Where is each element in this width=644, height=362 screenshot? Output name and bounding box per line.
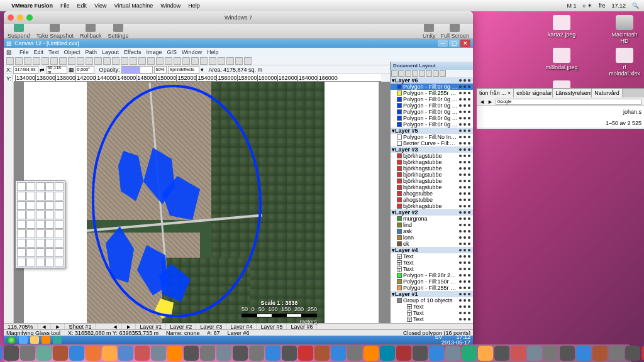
toolbar-icon[interactable] — [130, 57, 137, 65]
dock-app[interactable] — [86, 346, 101, 361]
tool-button[interactable] — [36, 258, 45, 266]
x-field[interactable]: 317484,93 — [13, 66, 38, 74]
dock-app[interactable] — [592, 346, 608, 361]
layer-item[interactable]: Polygon - Fill:0r 0g 255b - P — [391, 102, 473, 109]
dock-app[interactable] — [216, 346, 231, 361]
dock-app[interactable] — [249, 346, 264, 361]
layer-item[interactable]: Bezier Curve - Fill:No Ink - S — [391, 140, 473, 146]
battery-icon[interactable]: M 1 — [567, 3, 576, 9]
tool-button[interactable] — [36, 220, 45, 229]
layer-item[interactable]: björkhagstubbe — [391, 172, 473, 178]
dock-app[interactable] — [576, 346, 591, 361]
layer-tree[interactable]: ▾ Layer #6Polygon - Fill:0r 0g 255b - PP… — [391, 77, 473, 326]
layer-item[interactable]: TText — [391, 253, 473, 260]
tool-button[interactable] — [17, 220, 26, 229]
tool-button[interactable] — [55, 258, 64, 266]
layer-item[interactable]: ek — [391, 241, 473, 247]
dock-app[interactable] — [380, 346, 395, 361]
dock-app[interactable] — [151, 346, 166, 361]
toolbar-icon[interactable] — [86, 57, 93, 65]
toolbar-icon[interactable] — [182, 57, 190, 65]
layer-item[interactable]: TText — [391, 260, 473, 266]
start-button[interactable] — [6, 336, 16, 344]
toolbar-icon[interactable] — [138, 57, 146, 65]
fwd-icon[interactable]: ► — [487, 99, 493, 105]
menu-view[interactable]: View — [94, 3, 106, 9]
toolbar-icon[interactable] — [191, 57, 199, 65]
dock-app[interactable] — [625, 346, 640, 361]
win-menu-item[interactable]: Help — [207, 49, 219, 55]
dock-app[interactable] — [20, 346, 35, 361]
blue-ellipse[interactable] — [92, 85, 262, 317]
layer-tab[interactable]: Layer #1 — [136, 324, 166, 330]
dock-app[interactable] — [462, 346, 477, 361]
dock-app[interactable] — [413, 346, 428, 361]
layer-group[interactable]: ▾ Layer #6 — [391, 77, 473, 84]
dock-app[interactable] — [102, 346, 117, 361]
nav-icon[interactable]: ► — [51, 324, 65, 330]
layer-item[interactable]: Polygon - Fill:No Ink - Pen:0 — [391, 134, 473, 140]
minimize-icon[interactable] — [17, 14, 23, 21]
dock-app[interactable] — [609, 346, 624, 361]
dropdown-icon[interactable]: ▾ — [201, 67, 204, 73]
menu-vm[interactable]: Virtual Machine — [114, 3, 153, 9]
dock-app[interactable] — [53, 346, 68, 361]
tool-button[interactable] — [26, 229, 35, 238]
tool-button[interactable] — [26, 258, 35, 266]
win-menu-item[interactable]: Path — [86, 49, 97, 55]
toolbar-icon[interactable] — [121, 57, 128, 65]
layer-item[interactable]: TText — [391, 310, 473, 316]
xm-field[interactable]: 60,118 m — [46, 66, 67, 74]
tool-button[interactable] — [26, 220, 35, 229]
wifi-icon[interactable]: ⟐ ✶ — [582, 3, 592, 9]
tool-button[interactable] — [26, 192, 35, 200]
tool-button[interactable] — [26, 201, 35, 210]
link-icon[interactable]: ⇄ — [40, 67, 45, 73]
win-menu-item[interactable]: File — [19, 49, 29, 55]
layer-item[interactable]: Polygon - Fill:28r 255g 28b — [391, 272, 473, 278]
tool-button[interactable] — [45, 201, 54, 210]
dock-app[interactable] — [331, 346, 346, 361]
tool-button[interactable] — [55, 248, 64, 257]
toolbar-icon[interactable] — [218, 57, 225, 65]
dock-app[interactable] — [282, 346, 297, 361]
opacity-slider[interactable] — [121, 66, 153, 74]
win-close-icon[interactable]: ✕ — [460, 40, 470, 47]
dock-app[interactable] — [527, 346, 542, 361]
layer-item[interactable]: björkhagstubbe — [391, 184, 473, 190]
lock-icon[interactable]: ▦ — [69, 67, 74, 73]
win-menu-item[interactable]: Object — [64, 49, 80, 55]
desktop-icon[interactable]: rl mölndal.xlsx — [610, 48, 639, 77]
tool-button[interactable] — [45, 258, 54, 266]
spotlight-icon[interactable]: 🔍 — [632, 3, 639, 9]
panel-tool-icon[interactable] — [412, 70, 418, 77]
dock-app[interactable] — [314, 346, 330, 361]
toolbar-icon[interactable] — [165, 57, 172, 65]
layer-item[interactable]: ahogstubbe — [391, 190, 473, 197]
toolbar-icon[interactable] — [103, 57, 111, 65]
task-media[interactable] — [42, 336, 50, 344]
clock[interactable]: 17.12 — [611, 3, 626, 9]
toolbar-icon[interactable] — [112, 57, 119, 65]
dock-app[interactable] — [233, 346, 248, 361]
task-explorer[interactable] — [30, 336, 39, 344]
fullscreen-button[interactable]: Full Screen — [440, 23, 469, 39]
layer-item[interactable]: ask — [391, 228, 473, 234]
tool-button[interactable] — [17, 211, 26, 219]
menu-window[interactable]: Window — [160, 3, 180, 9]
layer-group[interactable]: ▾ Layer #1 — [391, 291, 473, 297]
toolbar-icon[interactable] — [200, 57, 208, 65]
dock-app[interactable] — [445, 346, 460, 361]
toolbar-icon[interactable] — [156, 57, 164, 65]
dock-app[interactable] — [560, 346, 575, 361]
toolbar-icon[interactable] — [147, 57, 155, 65]
dock-app[interactable] — [364, 346, 379, 361]
toolbar-icon[interactable] — [174, 57, 181, 65]
layer-item[interactable]: lind — [391, 222, 473, 228]
layer-item[interactable]: björkhagstubbe — [391, 165, 473, 172]
dock-app[interactable] — [429, 346, 444, 361]
dock-app[interactable] — [0, 346, 3, 361]
zoom-icon[interactable] — [26, 14, 33, 21]
tool-button[interactable] — [17, 201, 26, 210]
url-field[interactable]: Google — [496, 99, 641, 105]
